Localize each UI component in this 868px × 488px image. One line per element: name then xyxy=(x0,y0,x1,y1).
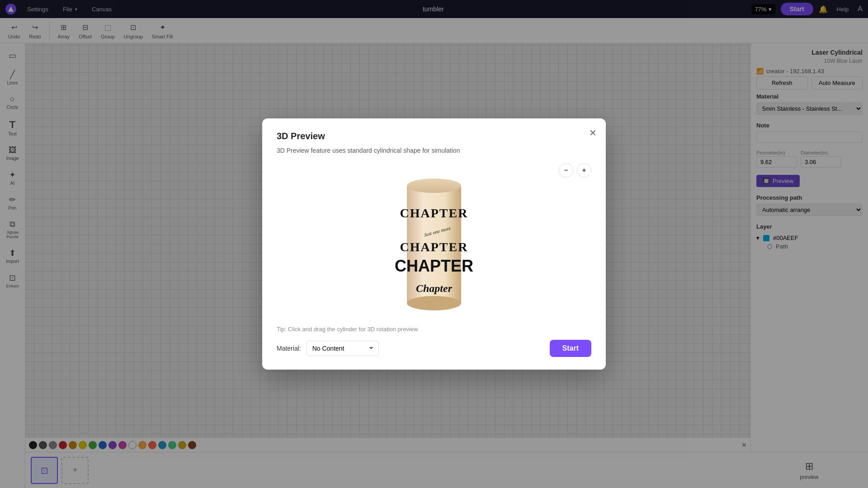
modal-body: − + xyxy=(277,163,591,317)
modal-footer: Material: No Content Light Wood Dark Met… xyxy=(277,340,591,357)
svg-text:CHAPTER: CHAPTER xyxy=(395,257,473,275)
modal-overlay[interactable]: 3D Preview ✕ 3D Preview feature uses sta… xyxy=(0,0,868,488)
svg-point-2 xyxy=(407,296,461,310)
modal-description: 3D Preview feature uses standard cylindr… xyxy=(277,147,591,154)
zoom-controls: − + xyxy=(559,163,591,178)
cylinder-svg: CHAPTER Just one more CHAPTER CHAPTER Ch… xyxy=(389,168,479,312)
svg-text:CHAPTER: CHAPTER xyxy=(400,240,468,254)
modal-title: 3D Preview xyxy=(277,131,591,141)
3d-preview-modal: 3D Preview ✕ 3D Preview feature uses sta… xyxy=(262,118,606,370)
modal-material-select[interactable]: No Content Light Wood Dark Metal Stainle… xyxy=(307,341,379,356)
svg-point-1 xyxy=(407,178,461,193)
modal-close-button[interactable]: ✕ xyxy=(589,127,597,138)
cylinder-preview[interactable]: CHAPTER Just one more CHAPTER CHAPTER Ch… xyxy=(389,168,479,312)
material-select-wrapper: Material: No Content Light Wood Dark Met… xyxy=(277,341,379,356)
modal-start-button[interactable]: Start xyxy=(550,340,591,357)
material-footer-label: Material: xyxy=(277,345,301,352)
svg-text:Chapter: Chapter xyxy=(416,282,453,294)
svg-text:CHAPTER: CHAPTER xyxy=(400,206,468,220)
zoom-in-button[interactable]: + xyxy=(577,163,591,178)
zoom-out-button[interactable]: − xyxy=(559,163,573,178)
modal-tip: Tip: Click and drag the cylinder for 3D … xyxy=(277,326,591,333)
